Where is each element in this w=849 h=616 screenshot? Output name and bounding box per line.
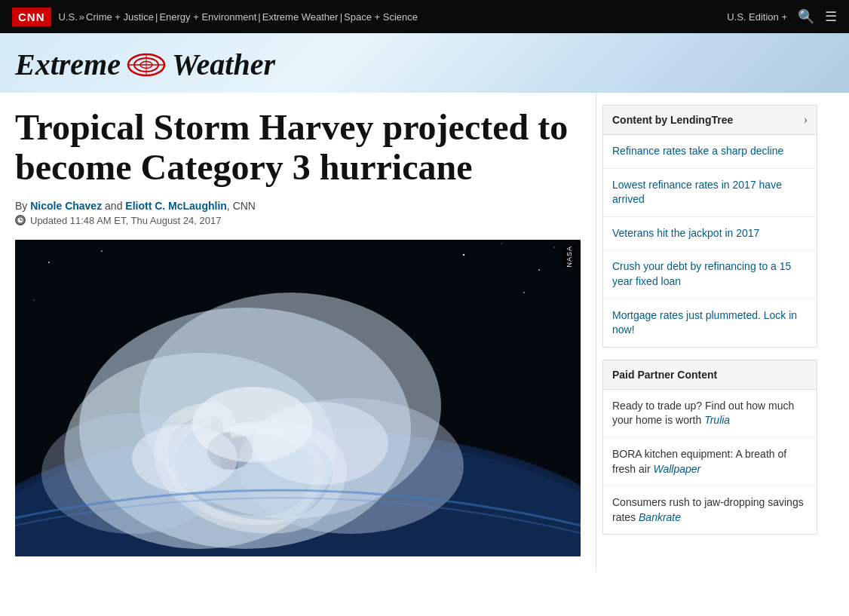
nav-energy-link[interactable]: Energy + Environment	[159, 11, 256, 23]
author-source: , CNN	[227, 200, 256, 212]
svg-point-22	[48, 262, 50, 263]
hero-banner: Extreme Weather	[0, 33, 849, 93]
article-image: NASA	[15, 240, 581, 556]
svg-point-28	[523, 292, 525, 293]
paid-partner-header: Paid Partner Content	[603, 360, 817, 390]
nav-extreme-weather-link[interactable]: Extreme Weather	[262, 11, 339, 23]
edition-label[interactable]: U.S. Edition +	[727, 11, 787, 23]
paid-item-1[interactable]: Ready to trade up? Find out how much you…	[603, 390, 817, 438]
menu-button[interactable]: ☰	[825, 8, 837, 25]
main-content: Tropical Storm Harvey projected to becom…	[0, 93, 849, 572]
cnn-logo[interactable]: CNN	[12, 8, 51, 26]
lending-link-2[interactable]: Lowest refinance rates in 2017 have arri…	[603, 169, 817, 217]
svg-point-29	[501, 243, 501, 244]
nasa-badge: NASA	[562, 244, 576, 269]
nav-right: U.S. Edition + 🔍 ☰	[727, 8, 837, 25]
svg-point-26	[553, 247, 555, 248]
lending-link-5[interactable]: Mortgage rates just plummeted. Lock in n…	[603, 299, 817, 347]
paid-partner-title: Paid Partner Content	[612, 369, 717, 381]
svg-point-25	[538, 269, 540, 271]
nav-left: CNN U.S. » Crime + Justice | Energy + En…	[12, 8, 418, 26]
paid-partner-box: Paid Partner Content Ready to trade up? …	[602, 360, 817, 535]
svg-point-24	[463, 253, 464, 255]
nav-space-link[interactable]: Space + Science	[344, 11, 418, 23]
hero-title-weather: Weather	[172, 47, 275, 82]
weather-radar-icon	[127, 51, 166, 78]
hurricane-image: NASA	[15, 240, 581, 556]
timestamp-text: Updated 11:48 AM ET, Thu August 24, 2017	[30, 215, 221, 226]
lending-link-3[interactable]: Veterans hit the jackpot in 2017	[603, 217, 817, 251]
hero-title-extreme: Extreme	[15, 47, 121, 82]
timestamp: Updated 11:48 AM ET, Thu August 24, 2017	[15, 215, 581, 226]
lending-link-1[interactable]: Refinance rates take a sharp decline	[603, 135, 817, 169]
nav-links: U.S. » Crime + Justice | Energy + Enviro…	[59, 11, 418, 23]
lending-tree-title: Content by LendingTree	[612, 114, 733, 126]
lending-tree-box: Content by LendingTree › Refinance rates…	[602, 105, 817, 348]
nav-us-link[interactable]: U.S.	[59, 11, 78, 23]
lending-link-4[interactable]: Crush your debt by refinancing to a 15 y…	[603, 250, 817, 299]
byline: By Nicole Chavez and Eliott C. McLaughli…	[15, 200, 581, 212]
svg-point-27	[33, 299, 35, 301]
byline-prefix: By	[15, 200, 27, 212]
paid-item-2[interactable]: BORA kitchen equipment: A breath of fres…	[603, 438, 817, 486]
author2-link[interactable]: Eliott C. McLaughlin	[125, 200, 227, 212]
clock-icon	[15, 215, 26, 225]
paid-item-3[interactable]: Consumers rush to jaw-dropping savings r…	[603, 486, 817, 534]
top-navigation: CNN U.S. » Crime + Justice | Energy + En…	[0, 0, 849, 33]
author1-link[interactable]: Nicole Chavez	[30, 200, 102, 212]
lending-tree-header: Content by LendingTree ›	[603, 106, 817, 135]
svg-point-20	[132, 424, 238, 492]
search-button[interactable]: 🔍	[798, 8, 814, 25]
paid-item-1-source: Trulia	[704, 414, 730, 426]
sidebar: Content by LendingTree › Refinance rates…	[596, 93, 829, 572]
nav-chevron: »	[79, 11, 84, 23]
article-section: Tropical Storm Harvey projected to becom…	[0, 93, 596, 572]
sidebar-chevron-icon[interactable]: ›	[804, 113, 808, 127]
paid-item-1-text: Ready to trade up? Find out how much you…	[612, 400, 794, 427]
paid-item-3-source: Bankrate	[639, 511, 681, 523]
nav-crime-link[interactable]: Crime + Justice	[86, 11, 154, 23]
svg-point-23	[101, 250, 103, 252]
svg-point-21	[253, 402, 388, 485]
article-headline: Tropical Storm Harvey projected to becom…	[15, 108, 581, 188]
paid-item-2-source: Wallpaper	[653, 463, 700, 475]
